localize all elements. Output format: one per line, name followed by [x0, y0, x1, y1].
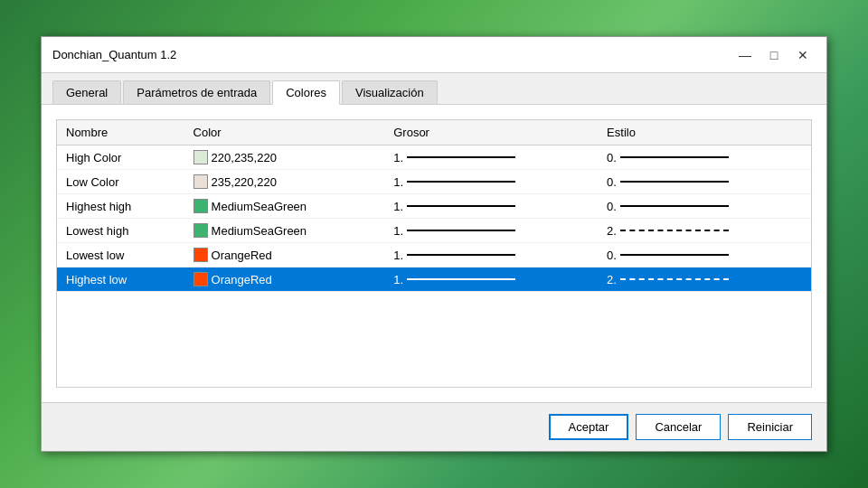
estilo-line — [620, 278, 729, 280]
color-swatch-icon — [193, 150, 208, 164]
accept-button[interactable]: Aceptar — [549, 414, 629, 440]
color-text: MediumSeaGreen — [212, 200, 307, 213]
table-header-row: Nombre Color Grosor Estilo — [57, 120, 811, 145]
color-swatch-icon — [193, 199, 208, 213]
close-button[interactable]: ✕ — [790, 44, 816, 66]
cell-estilo: 0. — [598, 194, 811, 219]
estilo-line — [620, 205, 729, 207]
grosor-value: 1. — [393, 200, 403, 213]
table-row[interactable]: High Color220,235,2201.0. — [57, 145, 811, 170]
estilo-value: 2. — [607, 273, 617, 286]
tab-params[interactable]: Parámetros de entrada — [123, 80, 270, 104]
grosor-line — [407, 278, 515, 280]
table-row[interactable]: Highest highMediumSeaGreen1.0. — [57, 194, 811, 219]
grosor-value: 1. — [393, 273, 403, 286]
cell-nombre: Low Color — [57, 170, 184, 194]
cell-grosor: 1. — [384, 145, 598, 170]
cell-estilo: 0. — [598, 145, 811, 170]
grosor-line — [407, 156, 515, 158]
window-controls: — □ ✕ — [732, 44, 816, 66]
grosor-value: 1. — [393, 175, 403, 189]
estilo-value: 0. — [607, 200, 617, 213]
table-row[interactable]: Highest lowOrangeRed1.2. — [57, 267, 811, 292]
cell-estilo: 0. — [598, 170, 811, 194]
estilo-value: 0. — [607, 151, 617, 164]
color-swatch-icon — [193, 248, 208, 262]
color-text: 220,235,220 — [212, 151, 277, 164]
table-row[interactable]: Low Color235,220,2201.0. — [57, 170, 811, 194]
grosor-line — [407, 254, 515, 256]
estilo-value: 0. — [607, 249, 617, 262]
tabs-bar: General Parámetros de entrada Colores Vi… — [42, 73, 826, 105]
cell-color: MediumSeaGreen — [184, 219, 385, 243]
grosor-line — [407, 205, 515, 207]
cancel-button[interactable]: Cancelar — [636, 414, 721, 440]
cell-grosor: 1. — [384, 243, 598, 267]
col-grosor: Grosor — [384, 120, 598, 145]
cell-nombre: Lowest low — [57, 243, 184, 267]
cell-grosor: 1. — [384, 170, 598, 194]
footer: Aceptar Cancelar Reiniciar — [42, 402, 826, 451]
tab-general[interactable]: General — [52, 80, 121, 104]
col-color: Color — [184, 120, 385, 145]
grosor-value: 1. — [393, 249, 403, 262]
cell-color: 235,220,220 — [184, 170, 385, 194]
cell-nombre: Highest low — [57, 267, 184, 292]
maximize-button[interactable]: □ — [761, 44, 787, 66]
cell-grosor: 1. — [384, 194, 598, 219]
cell-estilo: 0. — [598, 243, 811, 267]
estilo-line — [620, 156, 729, 158]
color-table-wrapper: Nombre Color Grosor Estilo High Color220… — [56, 119, 812, 388]
col-estilo: Estilo — [598, 120, 811, 145]
estilo-line — [620, 181, 729, 183]
content-area: Nombre Color Grosor Estilo High Color220… — [42, 105, 826, 402]
reset-button[interactable]: Reiniciar — [728, 414, 812, 440]
window-title: Donchian_Quantum 1.2 — [52, 48, 176, 61]
cell-estilo: 2. — [598, 267, 811, 292]
cell-grosor: 1. — [384, 219, 598, 243]
color-swatch-icon — [193, 174, 208, 189]
estilo-line — [620, 254, 729, 256]
col-nombre: Nombre — [57, 120, 184, 145]
minimize-button[interactable]: — — [732, 44, 758, 66]
tab-viz[interactable]: Visualización — [342, 80, 438, 104]
grosor-line — [407, 181, 515, 183]
cell-color: 220,235,220 — [184, 145, 385, 170]
table-row[interactable]: Lowest lowOrangeRed1.0. — [57, 243, 811, 267]
color-text: OrangeRed — [212, 273, 272, 286]
color-table: Nombre Color Grosor Estilo High Color220… — [57, 120, 811, 292]
cell-nombre: Highest high — [57, 194, 184, 219]
main-window: Donchian_Quantum 1.2 — □ ✕ General Parám… — [41, 36, 827, 452]
cell-color: MediumSeaGreen — [184, 194, 385, 219]
color-text: 235,220,220 — [212, 175, 277, 189]
cell-estilo: 2. — [598, 219, 811, 243]
estilo-value: 0. — [607, 175, 617, 189]
cell-nombre: High Color — [57, 145, 184, 170]
color-text: OrangeRed — [212, 249, 272, 262]
cell-color: OrangeRed — [184, 243, 385, 267]
color-swatch-icon — [193, 223, 208, 238]
tab-colors[interactable]: Colores — [272, 80, 340, 105]
grosor-value: 1. — [393, 224, 403, 238]
grosor-line — [407, 230, 515, 231]
color-swatch-icon — [193, 272, 208, 286]
table-row[interactable]: Lowest highMediumSeaGreen1.2. — [57, 219, 811, 243]
estilo-value: 2. — [607, 224, 617, 238]
cell-color: OrangeRed — [184, 267, 385, 292]
cell-nombre: Lowest high — [57, 219, 184, 243]
estilo-line — [620, 230, 729, 231]
cell-grosor: 1. — [384, 267, 598, 292]
title-bar: Donchian_Quantum 1.2 — □ ✕ — [42, 37, 826, 73]
grosor-value: 1. — [393, 151, 403, 164]
color-text: MediumSeaGreen — [212, 224, 307, 238]
